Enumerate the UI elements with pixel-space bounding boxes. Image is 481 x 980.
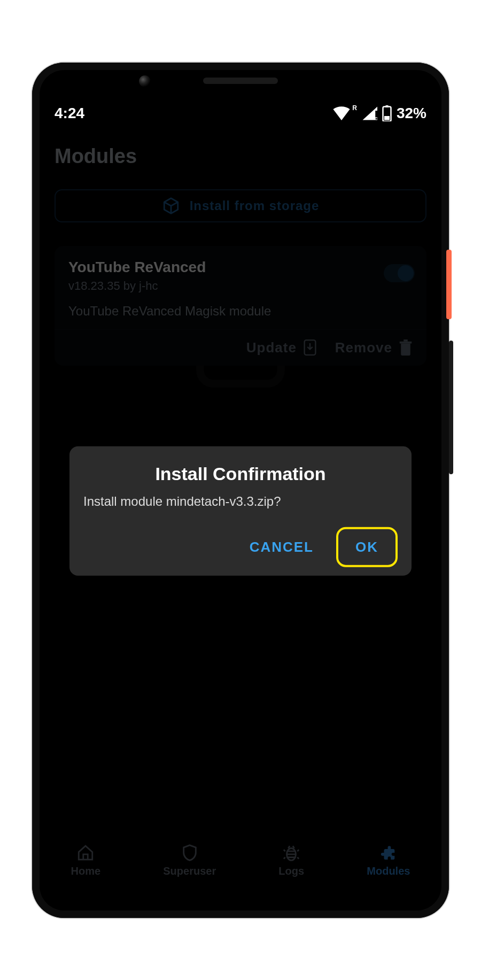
- ok-button[interactable]: OK: [343, 530, 391, 564]
- dialog-title: Install Confirmation: [83, 464, 398, 484]
- dialog-message: Install module mindetach-v3.3.zip?: [83, 494, 398, 509]
- cancel-button[interactable]: CANCEL: [237, 530, 327, 564]
- signal-icon: [361, 106, 377, 120]
- battery-percent: 32%: [397, 105, 426, 122]
- screen: 4:24 R 32% Modules Install from storage …: [40, 95, 441, 902]
- ok-button-highlight: OK: [336, 527, 398, 567]
- wifi-icon: [333, 106, 350, 120]
- clock: 4:24: [55, 105, 84, 122]
- svg-rect-3: [385, 105, 388, 107]
- svg-point-1: [375, 118, 377, 119]
- svg-rect-4: [384, 116, 390, 120]
- battery-icon: [382, 105, 392, 121]
- status-bar: 4:24 R 32%: [40, 95, 441, 132]
- status-icons: R 32%: [333, 105, 426, 122]
- device-power-button: [446, 250, 452, 319]
- device-volume-button: [449, 341, 453, 474]
- front-camera: [139, 75, 151, 87]
- install-confirmation-dialog: Install Confirmation Install module mind…: [69, 446, 412, 576]
- earpiece-speaker: [203, 78, 278, 84]
- svg-rect-0: [375, 111, 377, 118]
- roaming-indicator: R: [352, 105, 357, 111]
- device-frame: 4:24 R 32% Modules Install from storage …: [32, 63, 449, 918]
